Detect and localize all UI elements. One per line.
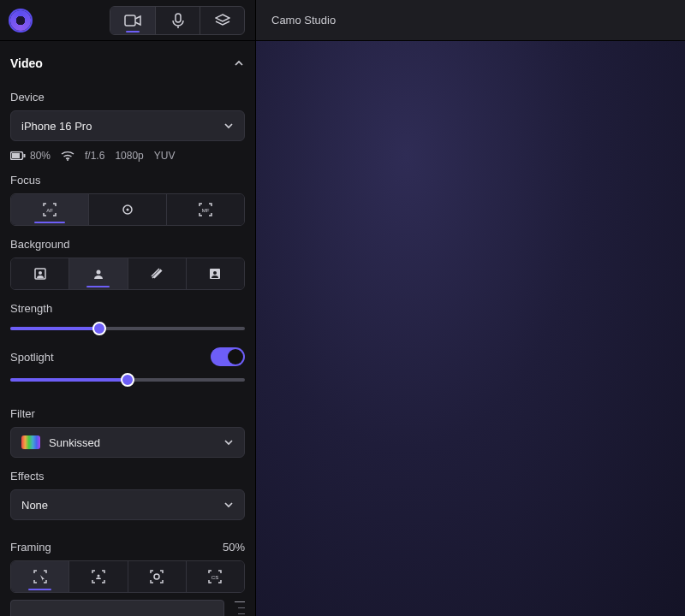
framing-value: 50% bbox=[223, 541, 245, 554]
framing-mode-manual[interactable] bbox=[11, 561, 68, 592]
bg-replace-icon bbox=[208, 267, 222, 281]
battery-status: 80% bbox=[10, 150, 51, 162]
sidebar-topbar bbox=[0, 0, 255, 41]
focus-segmented: AF MF bbox=[10, 193, 245, 226]
spotlight-toggle[interactable] bbox=[211, 347, 245, 366]
mode-tabs bbox=[110, 6, 245, 35]
filter-value: Sunkissed bbox=[49, 436, 100, 449]
device-select[interactable]: iPhone 16 Pro bbox=[10, 110, 245, 141]
svg-text:AF: AF bbox=[46, 208, 53, 213]
focus-label: Focus bbox=[10, 174, 245, 187]
video-section-title: Video bbox=[10, 56, 43, 70]
svg-rect-1 bbox=[176, 14, 181, 22]
bg-blur-icon bbox=[92, 267, 105, 281]
focus-af-icon: AF bbox=[42, 202, 57, 217]
chevron-up-icon bbox=[233, 57, 245, 69]
preview-pane: Camo Studio bbox=[256, 0, 685, 616]
svg-text:CS: CS bbox=[211, 575, 218, 580]
strength-slider[interactable] bbox=[10, 322, 245, 335]
device-label: Device bbox=[10, 91, 245, 104]
svg-rect-0 bbox=[125, 15, 135, 26]
focus-mode-af[interactable]: AF bbox=[11, 194, 88, 225]
background-segmented bbox=[10, 258, 245, 290]
spotlight-label: Spotlight bbox=[10, 351, 54, 364]
chevron-down-icon bbox=[223, 500, 234, 510]
background-mode-blur[interactable] bbox=[68, 258, 127, 289]
layers-icon bbox=[215, 14, 230, 27]
framing-manual-icon bbox=[33, 569, 48, 584]
svg-point-15 bbox=[97, 575, 99, 578]
framing-segmented: CS bbox=[10, 560, 245, 593]
focus-mode-center[interactable] bbox=[88, 194, 166, 225]
battery-icon bbox=[10, 151, 26, 160]
svg-rect-4 bbox=[24, 154, 26, 157]
framing-center-icon bbox=[149, 569, 164, 584]
strength-label: Strength bbox=[10, 302, 245, 315]
svg-point-14 bbox=[213, 271, 217, 275]
background-label: Background bbox=[10, 238, 245, 251]
background-mode-replace[interactable] bbox=[186, 258, 244, 289]
filter-swatch-icon bbox=[21, 435, 40, 449]
framing-zoom-ruler[interactable] bbox=[235, 600, 245, 616]
aperture-status: f/1.6 bbox=[85, 150, 104, 162]
format-status: YUV bbox=[154, 150, 176, 162]
filter-select[interactable]: Sunkissed bbox=[10, 427, 245, 458]
device-statusline: 80% f/1.6 1080p YUV bbox=[10, 150, 245, 162]
framing-face-icon bbox=[91, 569, 106, 584]
framing-row: Framing 50% bbox=[10, 541, 245, 554]
svg-text:MF: MF bbox=[202, 208, 210, 213]
bg-sparkle-icon bbox=[150, 267, 164, 281]
app-title: Camo Studio bbox=[271, 14, 336, 27]
mic-icon bbox=[171, 13, 185, 28]
app-logo-icon bbox=[10, 10, 31, 31]
preview-canvas[interactable] bbox=[256, 41, 685, 616]
background-mode-portrait[interactable] bbox=[11, 258, 68, 289]
svg-point-11 bbox=[39, 271, 42, 275]
chevron-down-icon bbox=[223, 121, 234, 131]
framing-mode-center[interactable] bbox=[128, 561, 186, 592]
tab-video[interactable] bbox=[110, 7, 155, 34]
chevron-down-icon bbox=[223, 437, 234, 447]
effects-label: Effects bbox=[10, 470, 245, 483]
preview-header: Camo Studio bbox=[256, 0, 685, 41]
device-value: iPhone 16 Pro bbox=[21, 120, 92, 133]
camera-icon bbox=[124, 14, 141, 27]
tab-overlays[interactable] bbox=[200, 7, 244, 34]
focus-mf-icon: MF bbox=[198, 202, 213, 217]
svg-point-8 bbox=[127, 209, 129, 211]
wifi-status bbox=[61, 151, 74, 161]
spotlight-slider[interactable] bbox=[10, 373, 245, 387]
tab-audio[interactable] bbox=[155, 7, 200, 34]
framing-label: Framing bbox=[10, 541, 51, 554]
background-mode-sparkle[interactable] bbox=[128, 258, 186, 289]
wifi-icon bbox=[61, 151, 74, 161]
framing-custom-icon: CS bbox=[207, 569, 223, 584]
svg-rect-3 bbox=[12, 153, 20, 158]
filter-label: Filter bbox=[10, 407, 245, 420]
effects-value: None bbox=[21, 499, 48, 512]
effects-select[interactable]: None bbox=[10, 489, 245, 520]
svg-point-12 bbox=[96, 270, 100, 275]
resolution-status: 1080p bbox=[115, 150, 143, 162]
framing-mode-custom[interactable]: CS bbox=[186, 561, 244, 592]
video-section-header[interactable]: Video bbox=[10, 51, 245, 79]
framing-mode-face[interactable] bbox=[68, 561, 127, 592]
svg-point-16 bbox=[154, 574, 159, 579]
framing-preview[interactable] bbox=[10, 600, 224, 616]
spotlight-row: Spotlight bbox=[10, 347, 245, 366]
focus-center-icon bbox=[120, 202, 135, 217]
video-panel: Video Device iPhone 16 Pro 80% f/1.6 108… bbox=[0, 41, 255, 616]
svg-point-5 bbox=[67, 159, 68, 161]
bg-portrait-icon bbox=[33, 267, 47, 281]
focus-mode-mf[interactable]: MF bbox=[166, 194, 244, 225]
